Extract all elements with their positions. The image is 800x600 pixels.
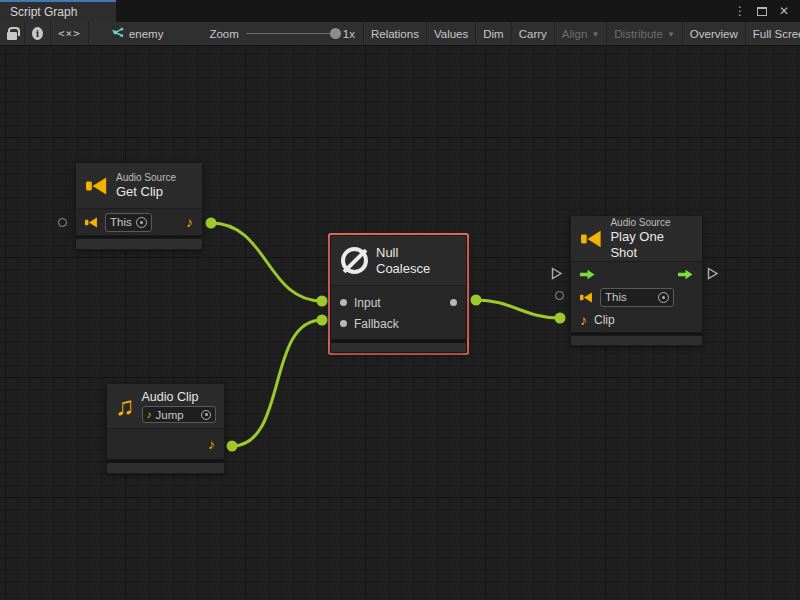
music-notes-icon: ♫ [115,393,135,419]
object-picker-icon[interactable] [136,217,147,228]
node-category: Audio Source [610,216,692,229]
lock-icon [7,32,17,40]
full-screen-button[interactable]: Full Screen [745,22,800,45]
null-coalesce-icon [341,247,368,274]
target-object-field[interactable]: This [105,213,152,232]
chevron-down-icon: ▼ [667,30,675,39]
target-object-value: This [605,291,654,303]
node-title: Null Coalesce [376,245,456,277]
port-fallback-label: Fallback [354,317,399,331]
relations-label: Relations [371,28,419,40]
music-note-icon: ♪ [147,408,152,422]
full-screen-label: Full Screen [753,28,800,40]
wire-endpoint[interactable] [555,313,566,324]
node-null-coalesce[interactable]: Null Coalesce Input Fallback [330,235,467,353]
wire-endpoint[interactable] [317,315,328,326]
port-fallback-dot[interactable] [340,320,347,327]
graph-icon [111,27,124,40]
port-flow-out-triangle[interactable] [707,267,719,280]
graph-breadcrumb[interactable]: enemy [103,22,172,45]
graph-canvas[interactable]: Audio Source Get Clip This ♪ [0,46,800,600]
port-clip-label: Clip [594,313,615,327]
node-audio-clip[interactable]: ♫ Audio Clip ♪ Jump ♪ [106,383,225,474]
port-result-dot[interactable] [450,299,457,306]
maximize-glyph [757,7,767,16]
zoom-value: 1x [343,28,355,40]
chevron-down-icon: ▼ [591,30,599,39]
node-footer [570,335,703,346]
align-button[interactable]: Align ▼ [554,22,607,45]
zoom-control: Zoom 1x [201,22,363,45]
wire-audioclip-to-fallback[interactable] [232,320,322,446]
dim-label: Dim [483,28,503,40]
music-note-icon: ♪ [208,437,215,451]
port-input-label: Input [354,296,381,310]
speaker-icon [86,175,108,197]
node-footer [330,342,467,353]
wire-endpoint[interactable] [206,218,217,229]
wire-getclip-to-input[interactable] [211,223,322,301]
node-footer [106,462,225,474]
more-icon[interactable]: ⋮ [732,3,748,19]
overview-button[interactable]: Overview [682,22,745,45]
info-icon: i [32,27,43,40]
graph-name: enemy [129,28,164,40]
dim-button[interactable]: Dim [475,22,510,45]
distribute-button[interactable]: Distribute ▼ [606,22,682,45]
carry-label: Carry [519,28,547,40]
wire-output-to-clip[interactable] [476,300,560,318]
speaker-icon [581,228,602,250]
node-play-one-shot[interactable]: Audio Source Play One Shot [570,215,703,346]
relations-button[interactable]: Relations [364,22,426,45]
distribute-label: Distribute [614,28,663,40]
music-note-icon: ♪ [580,313,587,327]
toolbar: i <×> enemy Zoom 1x Relations Values Dim… [0,22,800,46]
maximize-icon[interactable] [754,3,770,19]
node-title: Get Clip [116,184,176,200]
port-self-input[interactable] [555,291,564,300]
flow-out-arrow-icon[interactable] [678,269,693,280]
node-title: Play One Shot [610,229,692,261]
node-title: Audio Clip [142,389,217,405]
zoom-label: Zoom [209,28,238,40]
values-label: Values [434,28,468,40]
wire-endpoint[interactable] [227,441,238,452]
zoom-slider-handle[interactable] [330,28,341,39]
tab-title: Script Graph [10,5,77,19]
node-get-clip[interactable]: Audio Source Get Clip This ♪ [75,162,203,250]
wire-endpoint[interactable] [471,295,482,306]
target-object-field[interactable]: This [600,288,674,307]
variable-value: Jump [156,409,198,421]
info-button[interactable]: i [25,22,51,45]
values-button[interactable]: Values [426,22,475,45]
lock-button[interactable] [0,22,25,45]
toolbar-right-group: Relations Values Dim Carry Align ▼ Distr… [363,22,800,45]
overview-label: Overview [690,28,738,40]
port-input-dot[interactable] [340,299,347,306]
speaker-icon [85,216,98,229]
close-icon[interactable]: ✕ [776,3,792,19]
zoom-slider[interactable] [246,33,336,34]
object-picker-icon[interactable] [658,292,669,303]
code-preview-button[interactable]: <×> [51,22,89,45]
node-category: Audio Source [116,171,176,184]
flow-in-arrow-icon[interactable] [580,269,595,280]
align-label: Align [562,28,588,40]
object-picker-icon[interactable] [201,410,211,420]
carry-button[interactable]: Carry [511,22,554,45]
window-controls: ⋮ ✕ [732,0,800,22]
tab-bar: Script Graph ⋮ ✕ [0,0,800,22]
music-note-icon: ♪ [186,215,193,229]
port-self-input[interactable] [58,218,67,227]
wire-endpoint[interactable] [317,296,328,307]
target-object-value: This [110,216,132,228]
port-flow-in-triangle[interactable] [551,267,563,280]
code-icon: <×> [58,27,81,40]
node-footer [75,238,203,250]
tab-script-graph[interactable]: Script Graph [0,0,116,22]
speaker-icon [580,291,593,304]
variable-field[interactable]: ♪ Jump [142,406,217,423]
